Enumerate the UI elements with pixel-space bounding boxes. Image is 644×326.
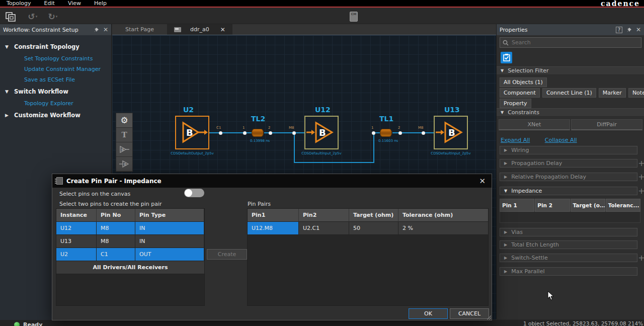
column-header[interactable]: Pin 2 (535, 199, 570, 212)
cancel-button[interactable]: CANCEL (450, 308, 489, 319)
column-header[interactable]: Pin 1 (500, 199, 534, 212)
pin-M8-U12[interactable] (292, 131, 296, 135)
group-wiring[interactable]: ▶ Wiring (500, 146, 637, 154)
pin-TL2-1[interactable] (243, 131, 247, 135)
group-total-etch-length[interactable]: ▶ Total Etch Length (500, 240, 637, 249)
pin-icon[interactable] (94, 27, 99, 33)
group-propagation-delay[interactable]: ▶ Propagation Delay (500, 159, 637, 168)
pin-TL1-2[interactable] (398, 131, 402, 135)
xnet-button[interactable]: XNet (499, 119, 570, 130)
tab-ddr-a0[interactable]: ddr_a0 ✕ (167, 24, 232, 35)
redo-button[interactable]: ↻▾ (46, 11, 59, 23)
column-header[interactable]: Instance (56, 209, 97, 222)
close-icon[interactable]: ✕ (636, 26, 641, 33)
net-wire-branch[interactable] (373, 132, 374, 162)
all-drivers-receivers-row[interactable]: All Drivers/All Receivers (56, 261, 204, 274)
chip-all-objects[interactable]: All Objects (1) (500, 77, 547, 87)
cell-tolerance[interactable]: 2 % (398, 222, 488, 235)
constraint-manager-icon[interactable]: CM (347, 11, 360, 23)
add-impedance-button[interactable]: + (638, 188, 644, 195)
cell-instance[interactable]: U13 (56, 235, 97, 248)
workflow-section-customize-workflow[interactable]: ▶ Customize Workflow (0, 109, 111, 122)
pin-C1[interactable] (219, 131, 222, 135)
column-header[interactable]: Pin2 (299, 209, 349, 222)
menu-help[interactable]: Help (88, 0, 113, 7)
workflow-section-constraint-topology[interactable]: ▼ Constraint Topology (0, 40, 111, 53)
menu-view[interactable]: View (61, 0, 88, 7)
undo-button[interactable]: ↺▾ (26, 11, 39, 23)
component-U12[interactable]: B (304, 116, 339, 149)
search-box[interactable] (500, 37, 641, 48)
tab-close-icon[interactable]: ✕ (220, 26, 225, 33)
chip-marker[interactable]: Marker (599, 88, 626, 98)
cell-pin-type[interactable]: IN (135, 235, 204, 248)
save-copy-icon[interactable] (4, 11, 17, 23)
tline-TL1[interactable] (380, 129, 392, 137)
text-tool-button[interactable]: T (116, 128, 132, 142)
resize-grip[interactable] (487, 315, 491, 319)
workflow-item-save-as-ecset-file[interactable]: Save as ECSet File (0, 74, 111, 85)
close-icon[interactable]: ✕ (103, 26, 108, 33)
group-impedance[interactable]: ▼ Impedance (500, 187, 637, 195)
workflow-item-topology-explorer[interactable]: Topology Explorer (0, 98, 111, 109)
column-header[interactable]: Pin Type (135, 209, 204, 222)
workflow-item-update-constraint-manager[interactable]: Update Constraint Manager (0, 64, 111, 74)
menu-edit[interactable]: Edit (38, 0, 61, 7)
column-header[interactable]: Target (o... (571, 199, 605, 212)
workflow-item-set-topology-constraints[interactable]: Set Topology Constraints (0, 53, 111, 64)
column-header[interactable]: Tolerance (ohm) (398, 209, 488, 222)
cell-pin-no[interactable]: M8 (97, 222, 135, 235)
menu-topology[interactable]: Topology (0, 0, 38, 7)
cell-pin-no[interactable]: C1 (97, 248, 135, 261)
add-propagation-delay-button[interactable]: + (638, 160, 644, 167)
diffpair-button[interactable]: DiffPair (571, 119, 642, 130)
search-input[interactable] (512, 39, 632, 46)
create-button[interactable]: Create (207, 249, 247, 260)
add-relative-propagation-delay-button[interactable]: + (638, 174, 644, 181)
dialog-title-bar[interactable]: Create Pin Pair - Impedance ✕ (52, 174, 492, 188)
group-relative-propagation-delay[interactable]: ▶ Relative Propagation Delay (500, 173, 637, 181)
pin-M8-U13[interactable] (422, 131, 425, 135)
net-wire-branch[interactable] (294, 132, 295, 162)
chip-note[interactable]: Note (628, 88, 644, 98)
tab-start-page[interactable]: Start Page (112, 24, 167, 35)
workflow-section-switch-workflow[interactable]: ▼ Switch Workflow (0, 85, 111, 98)
column-header[interactable]: Pin1 (248, 209, 299, 222)
help-icon[interactable]: ? (616, 27, 622, 33)
cell-target[interactable]: 50 (349, 222, 398, 235)
select-pins-toggle[interactable] (184, 189, 204, 197)
tline-TL2[interactable] (252, 129, 264, 137)
group-max-parallel[interactable]: ▶ Max Parallel (500, 267, 637, 276)
column-header[interactable]: Pin No (97, 209, 135, 222)
table-row-u13[interactable]: U13 M8 IN (56, 235, 204, 248)
chip-connect-line[interactable]: Connect Line (1) (542, 88, 596, 98)
collapse-all-link[interactable]: Collapse All (545, 137, 577, 143)
table-row-u12[interactable]: U12 M8 IN (56, 222, 204, 235)
cell-instance[interactable]: U12 (56, 222, 97, 235)
add-driver-button[interactable]: B (116, 142, 132, 157)
column-header[interactable]: Target (ohm) (349, 209, 398, 222)
ok-button[interactable]: OK (409, 308, 448, 319)
chip-property[interactable]: Property (500, 99, 531, 108)
column-header[interactable]: Toleranc... (606, 199, 640, 212)
chip-component[interactable]: Component (500, 88, 540, 98)
component-U13[interactable]: B (434, 116, 468, 149)
cell-pin2[interactable]: U2.C1 (299, 222, 349, 235)
cell-pin1[interactable]: U12.M8 (248, 222, 299, 235)
settings-tool-button[interactable]: ⚙ (116, 113, 132, 128)
section-selection-filter[interactable]: ▼ Selection Filter (497, 66, 644, 75)
selected-object-icon[interactable] (501, 52, 512, 63)
cell-instance[interactable]: U2 (56, 248, 97, 261)
section-constraints[interactable]: ▼ Constraints (497, 108, 644, 117)
dialog-close-icon[interactable]: ✕ (477, 177, 488, 186)
pin-TL2-2[interactable] (269, 131, 272, 135)
pin-icon[interactable] (626, 27, 632, 33)
cell-pin-type[interactable]: OUT (135, 248, 204, 261)
table-row-u2[interactable]: U2 C1 OUT (56, 248, 204, 261)
pin-TL1-1[interactable] (372, 131, 375, 135)
component-U2[interactable]: B (175, 116, 209, 149)
expand-all-link[interactable]: Expand All (501, 137, 530, 143)
cell-pin-type[interactable]: IN (135, 222, 204, 235)
pin-pair-row[interactable]: U12.M8 U2.C1 50 2 % (248, 222, 488, 235)
cell-pin-no[interactable]: M8 (97, 235, 135, 248)
